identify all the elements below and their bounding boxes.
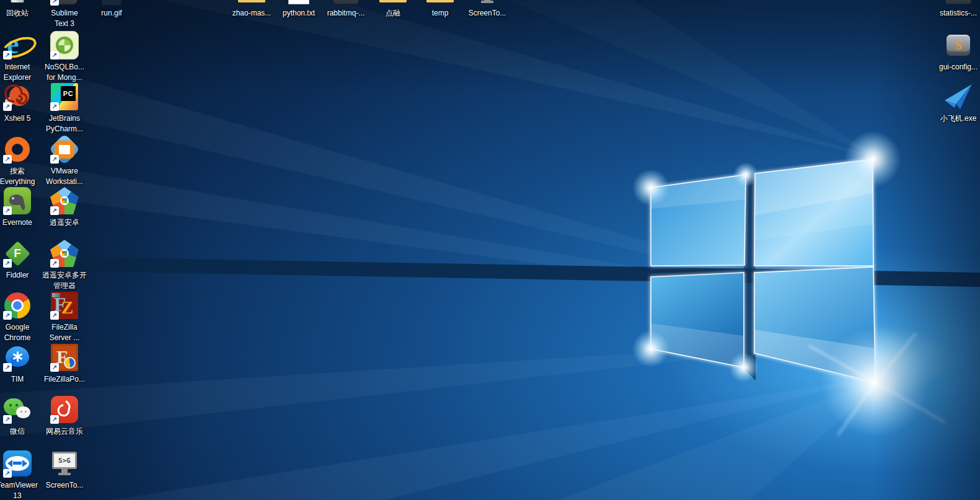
shortcut-arrow-icon: ↗ <box>3 259 12 268</box>
desktop-icon-label: statistics-... <box>940 8 977 19</box>
shortcut-arrow-icon: ↗ <box>3 415 12 424</box>
desktop-icon-vmware-workstation[interactable]: ↗ VMwareWorkstati... <box>41 134 88 187</box>
desktop-icon-label: FileZillaServer ... <box>50 322 80 343</box>
desktop-icon-xshell-5[interactable]: ↗ Xshell 5 <box>0 82 41 124</box>
shortcut-arrow-icon: ↗ <box>50 206 59 215</box>
desktop-icon-nosqlbooster[interactable]: ↗ NoSQLBo...for Mong... <box>41 30 88 83</box>
desktop-icon-label: Fiddler <box>6 270 29 281</box>
desktop-icon-everything[interactable]: ↗ 搜索Everything <box>0 134 41 187</box>
desktop-icon-rabbitmq[interactable]: ↗ rabbitmq-... <box>322 0 369 19</box>
shortcut-arrow-icon: ↗ <box>50 51 59 59</box>
desktop-icon-filezilla-portable[interactable]: F ↗ FileZillaPo... <box>41 343 88 385</box>
shortcut-arrow-icon: ↗ <box>3 206 12 215</box>
shortcut-arrow-icon: ↗ <box>3 51 12 59</box>
desktop-icon-internet-explorer[interactable]: e ↗ InternetExplorer <box>0 30 41 83</box>
desktop-icon-google-chrome[interactable]: ↗ GoogleChrome <box>0 291 41 343</box>
desktop-icon-label: 回收站 <box>6 8 29 19</box>
desktop-icon-label: python.txt <box>283 8 315 19</box>
desktop-icon-teamviewer-13[interactable]: ↗ TeamViewer13 <box>0 449 41 500</box>
desktop-icon-filezilla-server[interactable]: FZ ↗ FileZillaServer ... <box>41 291 88 343</box>
desktop-icon-label: ScreenTo... <box>46 480 84 491</box>
sublimefile-icon: S <box>943 30 973 60</box>
desktop-icon-label: ScreenTo... <box>469 8 506 19</box>
shortcut-arrow-icon: ↗ <box>3 311 12 320</box>
desktop-icon-label: JetBrainsPyCharm... <box>46 113 83 134</box>
desktop-icon-label: 逍遥安卓多开管理器 <box>42 270 87 291</box>
desktop-icon-memu-multi[interactable]: ↗ 逍遥安卓多开管理器 <box>41 239 88 291</box>
desktop-icon-label: NoSQLBo...for Mong... <box>45 62 84 83</box>
desktop-icon-python-txt[interactable]: ↗ python.txt <box>275 0 322 19</box>
desktop-icon-label: TIM <box>11 374 24 385</box>
screentogif-icon: S>G <box>50 449 79 478</box>
shortcut-arrow-icon: ↗ <box>3 102 12 111</box>
desktop-icon-fiddler[interactable]: F ↗ Fiddler <box>0 239 41 281</box>
desktop-icon-label: InternetExplorer <box>4 62 32 83</box>
desktop-icon-dianrong[interactable]: ↗ 点融 <box>369 0 417 19</box>
desktop-icon-evernote[interactable]: ↗ Evernote <box>0 186 41 228</box>
desktop-icon-label: gui-config... <box>939 62 978 72</box>
desktop-icon-tim[interactable]: ↗ TIM <box>0 343 41 385</box>
desktop-icon-label: FileZillaPo... <box>44 374 85 385</box>
shortcut-arrow-icon: ↗ <box>50 0 59 6</box>
screentogif-icon: S>G <box>472 0 502 6</box>
desktop-icon-gui-config[interactable]: S ↗ gui-config... <box>935 30 980 72</box>
shortcut-arrow-icon: ↗ <box>50 259 59 268</box>
desktop-icon-temp[interactable]: ↗ temp <box>417 0 464 19</box>
desktop-icon-label: GoogleChrome <box>4 322 31 343</box>
desktop-icon-screentogif-bottom[interactable]: S>G ↗ ScreenTo... <box>41 449 88 491</box>
desktop-icon-netease-music[interactable]: ↗ 网易云音乐 <box>41 395 88 437</box>
desktop-icon-zhao-mas[interactable]: ↗ zhao-mas... <box>228 0 275 19</box>
windows-desktop: ↗ 回收站 S ↗ SublimeText 3 ↗ run.gif ↗ zhao… <box>0 0 980 500</box>
desktop-icon-label: run.gif <box>101 8 121 19</box>
desktop-icon-label: 点融 <box>386 8 400 19</box>
desktop-icon-screentogif-top[interactable]: S>G ↗ ScreenTo... <box>464 0 511 19</box>
recyclebin-icon <box>2 0 32 6</box>
shortcut-arrow-icon: ↗ <box>50 363 59 372</box>
shortcut-arrow-icon: ↗ <box>50 311 59 320</box>
shortcut-arrow-icon: ↗ <box>3 363 12 372</box>
desktop-icon-memu[interactable]: ↗ 逍遥安卓 <box>41 186 88 228</box>
desktop-icon-label: SublimeText 3 <box>51 8 77 29</box>
desktop-icon-label: 网易云音乐 <box>46 426 83 437</box>
darkapp-icon <box>943 0 973 6</box>
gifthumb-icon <box>97 0 126 6</box>
desktop-icon-label: temp <box>432 8 449 19</box>
desktop-icon-jetbrains-pycharm[interactable]: PC ↗ JetBrainsPyCharm... <box>41 82 88 134</box>
desktop-icon-label: VMwareWorkstati... <box>46 166 83 187</box>
desktop-icon-xiaofeiji-exe[interactable]: ↗ 小飞机.exe <box>935 82 980 124</box>
desktop-icon-label: 搜索Everything <box>0 166 35 187</box>
desktop-icon-label: zhao-mas... <box>232 8 271 19</box>
desktop-icon-label: 微信 <box>10 426 25 437</box>
shortcut-arrow-icon: ↗ <box>50 415 59 424</box>
darkapp-icon <box>331 0 361 6</box>
desktop-icon-label: 小飞机.exe <box>940 113 977 124</box>
folder-icon <box>378 0 408 6</box>
desktop-icon-run-gif[interactable]: ↗ run.gif <box>88 0 135 19</box>
paperplane-icon <box>943 82 973 112</box>
desktop-icon-recycle-bin[interactable]: ↗ 回收站 <box>0 0 41 19</box>
desktop-icon-label: 逍遥安卓 <box>50 217 79 228</box>
folder-icon <box>425 0 455 6</box>
desktop-icon-label: rabbitmq-... <box>327 8 365 19</box>
desktop-icon-label: Xshell 5 <box>4 113 31 124</box>
desktop-icon-sublime-text-3[interactable]: S ↗ SublimeText 3 <box>41 0 88 29</box>
folder-icon <box>237 0 267 6</box>
shortcut-arrow-icon: ↗ <box>50 102 59 111</box>
desktop-icon-grid: ↗ 回收站 S ↗ SublimeText 3 ↗ run.gif ↗ zhao… <box>0 0 980 500</box>
shortcut-arrow-icon: ↗ <box>50 155 59 164</box>
textfile-icon <box>284 0 314 6</box>
desktop-icon-label: TeamViewer13 <box>0 480 38 500</box>
shortcut-arrow-icon: ↗ <box>3 469 12 478</box>
desktop-icon-statistics[interactable]: ↗ statistics-... <box>935 0 980 19</box>
desktop-icon-wechat[interactable]: ↗ 微信 <box>0 395 41 437</box>
shortcut-arrow-icon: ↗ <box>3 155 12 164</box>
desktop-icon-label: Evernote <box>2 217 32 228</box>
